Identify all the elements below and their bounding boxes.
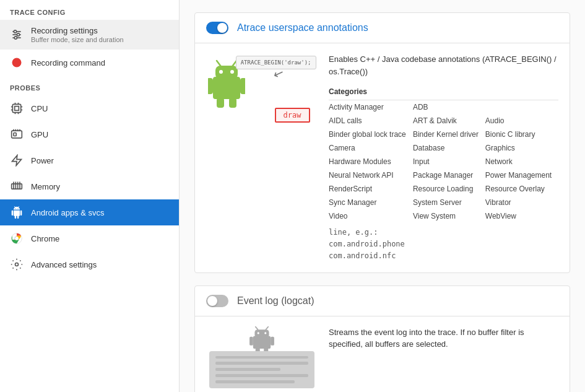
atrace-draw-box: draw <box>275 108 310 123</box>
memory-label: Memory <box>31 182 60 191</box>
category-cell: Bionic C library <box>485 128 558 141</box>
eventlog-body: Streams the event log into the trace. If… <box>195 316 570 392</box>
svg-point-34 <box>15 237 19 240</box>
svg-rect-44 <box>217 98 224 108</box>
categories-col3-header <box>485 85 558 100</box>
eventlog-description: Streams the event log into the trace. If… <box>329 326 558 351</box>
logcat-line-1 <box>215 356 308 359</box>
category-cell: Database <box>413 141 485 155</box>
sidebar-item-android-apps-svcs[interactable]: Android apps & svcs <box>0 199 179 225</box>
category-cell: Package Manager <box>413 168 485 182</box>
category-cell <box>485 100 558 115</box>
categories-row: Hardware ModulesInputNetwork <box>329 155 558 168</box>
gear-icon <box>10 258 24 271</box>
atrace-section: Atrace userspace annotations <box>194 12 570 273</box>
categories-row: CameraDatabaseGraphics <box>329 141 558 155</box>
recording-command-label: Recording command <box>31 58 105 68</box>
svg-point-35 <box>15 263 19 266</box>
android-icon <box>10 206 24 219</box>
advanced-settings-label: Advanced settings <box>31 260 97 269</box>
svg-point-5 <box>14 37 17 39</box>
logcat-line-2 <box>215 362 308 365</box>
category-cell: Neural Network API <box>329 168 413 182</box>
sidebar-item-cpu[interactable]: CPU <box>0 95 179 121</box>
trace-config-label: Trace config <box>0 0 179 20</box>
atrace-description: Enables C++ / Java codebase annotations … <box>329 53 558 77</box>
probes-label: Probes <box>0 76 179 95</box>
category-cell: Camera <box>329 141 413 155</box>
svg-point-39 <box>230 70 234 74</box>
svg-point-48 <box>258 332 259 334</box>
categories-row: Neural Network APIPackage ManagerPower M… <box>329 168 558 182</box>
atrace-toggle[interactable] <box>206 22 228 34</box>
sidebar-item-advanced-settings[interactable]: Advanced settings <box>0 251 179 277</box>
category-cell: Video <box>329 209 413 223</box>
category-cell: Sync Manager <box>329 196 413 209</box>
category-cell: Resource Overlay <box>485 182 558 196</box>
svg-point-49 <box>264 332 266 334</box>
svg-rect-52 <box>249 336 253 345</box>
categories-row: Sync ManagerSystem ServerVibrator <box>329 196 558 209</box>
eventlog-toggle[interactable] <box>206 295 228 307</box>
sidebar-item-chrome[interactable]: Chrome <box>0 225 179 251</box>
android-apps-label: Android apps & svcs <box>31 208 105 217</box>
logcat-android-image <box>249 326 274 354</box>
category-cell: Binder global lock trace <box>329 128 413 141</box>
svg-line-51 <box>266 326 268 329</box>
category-cell: Binder Kernel driver <box>413 128 485 141</box>
chrome-label: Chrome <box>31 234 59 243</box>
svg-line-40 <box>217 61 220 66</box>
atrace-header: Atrace userspace annotations <box>195 13 570 43</box>
categories-row: Binder global lock traceBinder Kernel dr… <box>329 128 558 141</box>
categories-col-header: Categories <box>329 85 413 100</box>
categories-row: RenderScriptResource LoadingResource Ove… <box>329 182 558 196</box>
categories-col2-header <box>413 85 485 100</box>
category-cell: Activity Manager <box>329 100 413 115</box>
atrace-code-text: line, e.g.: com.android.phone com.androi… <box>329 227 558 263</box>
sidebar-item-gpu[interactable]: GPU <box>0 121 179 147</box>
svg-rect-8 <box>15 107 19 111</box>
svg-point-38 <box>219 70 223 74</box>
gpu-label: GPU <box>31 130 48 139</box>
recording-settings-label: Recording settings <box>31 26 124 35</box>
svg-rect-42 <box>208 78 213 94</box>
category-cell: Graphics <box>485 141 558 155</box>
sidebar-item-recording-command[interactable]: Recording command <box>0 50 179 76</box>
sidebar-item-power[interactable]: Power <box>0 147 179 173</box>
sidebar-item-recording-settings[interactable]: Recording settings Buffer mode, size and… <box>0 20 179 50</box>
svg-rect-53 <box>271 336 274 345</box>
power-label: Power <box>31 156 54 165</box>
svg-point-4 <box>17 33 19 36</box>
atrace-content: Enables C++ / Java codebase annotations … <box>329 53 558 263</box>
eventlog-header: Event log (logcat) <box>195 286 570 316</box>
atrace-body: ATRACE_BEGIN('draw'); ↙ draw Enables C++… <box>195 43 570 272</box>
svg-point-6 <box>12 58 22 68</box>
logcat-line-4 <box>215 374 308 377</box>
categories-row: Activity ManagerADB <box>329 100 558 115</box>
memory-icon <box>10 180 24 193</box>
gpu-icon <box>10 128 24 141</box>
category-cell: System Server <box>413 196 485 209</box>
record-icon <box>10 56 24 69</box>
logcat-line-5 <box>215 380 295 383</box>
svg-rect-7 <box>12 104 20 112</box>
categories-row: VideoView SystemWebView <box>329 209 558 223</box>
sidebar-item-memory[interactable]: Memory <box>0 173 179 199</box>
cpu-icon <box>10 102 24 115</box>
atrace-categories-table: Categories Activity ManagerADBAIDL calls… <box>329 85 558 223</box>
category-cell: View System <box>413 209 485 223</box>
category-cell: ADB <box>413 100 485 115</box>
svg-rect-37 <box>215 66 238 79</box>
main-content: Atrace userspace annotations <box>180 0 585 392</box>
logcat-lines-box <box>209 351 314 388</box>
svg-rect-45 <box>229 98 236 108</box>
power-icon <box>10 154 24 167</box>
svg-rect-47 <box>254 329 269 338</box>
category-cell: Network <box>485 155 558 168</box>
category-cell: Resource Loading <box>413 182 485 196</box>
eventlog-toggle-knob <box>207 296 217 306</box>
eventlog-section: Event log (logcat) <box>194 285 570 392</box>
svg-rect-36 <box>213 77 240 99</box>
category-cell: AIDL calls <box>329 114 413 128</box>
category-cell: Power Management <box>485 168 558 182</box>
